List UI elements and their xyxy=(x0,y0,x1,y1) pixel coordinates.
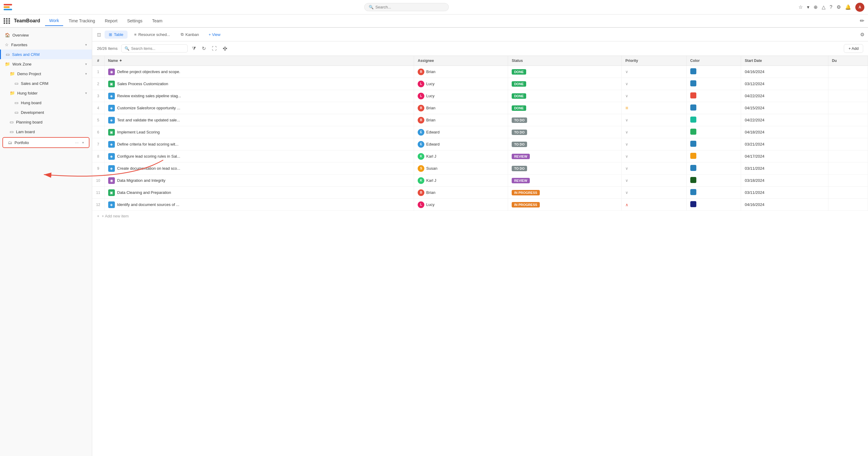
cell-priority[interactable]: ∨ xyxy=(622,162,687,174)
search-items-bar[interactable]: 🔍 xyxy=(121,44,188,53)
more-options-icon[interactable]: ··· xyxy=(75,140,79,145)
sidebar-item-favorites[interactable]: ☆ Favorites ▾ xyxy=(0,40,92,50)
search-items-input[interactable] xyxy=(131,46,184,51)
settings-icon[interactable]: ⚙ xyxy=(837,4,841,10)
nav-item-report[interactable]: Report xyxy=(101,16,122,26)
sidebar-item-sales-crm-sub[interactable]: ▭ Sales and CRM xyxy=(0,78,92,88)
sidebar-item-portfolio[interactable]: 🗂 Portfolio ··· ▾ xyxy=(3,138,89,148)
col-num: # xyxy=(92,56,104,66)
cell-status[interactable]: REVIEW xyxy=(508,151,622,162)
content-area: ◫ ⊞ Table ≡ Resource sched... ⧉ Kanban +… xyxy=(92,28,868,456)
cell-name[interactable]: ▣ Implement Lead Scoring xyxy=(104,126,414,138)
global-search-input[interactable] xyxy=(375,5,444,9)
bell-icon[interactable]: 🔔 xyxy=(845,4,851,10)
tab-kanban[interactable]: ⧉ Kanban xyxy=(177,30,203,39)
nav-item-team[interactable]: Team xyxy=(148,16,166,26)
sidebar-item-sales-crm[interactable]: ▭ Sales and CRM xyxy=(0,50,92,59)
chevron-down-icon[interactable]: ▾ xyxy=(807,4,809,10)
cell-name[interactable]: ◈ Identify and document sources of ... xyxy=(104,199,414,211)
cell-name[interactable]: ◈ Customize Salesforce opportunity ... xyxy=(104,102,414,114)
cell-status[interactable]: REVIEW xyxy=(508,174,622,187)
nav-item-time-tracking[interactable]: Time Tracking xyxy=(64,16,99,26)
adjust-icon[interactable]: ⧾ xyxy=(221,44,229,53)
plus-icon[interactable]: ⊕ xyxy=(814,4,817,10)
sidebar-item-planning-board[interactable]: ▭ Planning board xyxy=(0,117,92,127)
cell-priority[interactable]: ∨ xyxy=(622,138,687,151)
assignee-name: Lucy xyxy=(426,202,434,207)
sidebar-item-development[interactable]: ▭ Development xyxy=(0,107,92,117)
cell-status[interactable]: TO DO xyxy=(508,126,622,138)
filter-icon[interactable]: ⧩ xyxy=(190,44,198,53)
cell-num: 11 xyxy=(92,187,104,199)
cell-status[interactable]: IN PROGRESS xyxy=(508,199,622,211)
items-count: 26/26 Items xyxy=(97,46,118,51)
cell-name[interactable]: ◈ Test and validate the updated sale... xyxy=(104,114,414,126)
cell-priority[interactable]: ≡ xyxy=(622,102,687,114)
cell-priority[interactable]: ∨ xyxy=(622,187,687,199)
cell-priority[interactable]: ∨ xyxy=(622,126,687,138)
sidebar-item-hung-board[interactable]: ▭ Hung board xyxy=(0,98,92,107)
view-settings-icon[interactable]: ⚙ xyxy=(860,32,864,37)
pencil-icon[interactable]: ✏ xyxy=(860,18,864,24)
cell-priority[interactable]: ∨ xyxy=(622,151,687,162)
sidebar-item-demo-project[interactable]: 📁 Demo Project ▾ xyxy=(0,69,92,78)
toolbar: 26/26 Items 🔍 ⧩ ↻ ⛶ ⧾ + Add xyxy=(92,41,868,56)
cell-status[interactable]: TO DO xyxy=(508,138,622,151)
add-view-button[interactable]: + View xyxy=(206,31,223,39)
user-avatar[interactable]: A xyxy=(855,3,864,12)
task-name: Customize Salesforce opportunity ... xyxy=(117,106,410,110)
task-icon: ◉ xyxy=(108,177,115,184)
add-button[interactable]: + Add xyxy=(844,44,863,53)
tab-resource-sched[interactable]: ≡ Resource sched... xyxy=(130,31,174,39)
task-name: Data Cleaning and Preparation xyxy=(117,190,410,195)
cell-status[interactable]: IN PROGRESS xyxy=(508,187,622,199)
sidebar-item-lam-board[interactable]: ▭ Lam board xyxy=(0,127,92,136)
cell-priority[interactable]: ∨ xyxy=(622,90,687,102)
cell-status[interactable]: TO DO xyxy=(508,114,622,126)
cell-status[interactable]: DONE xyxy=(508,102,622,114)
tab-table[interactable]: ⊞ Table xyxy=(104,31,128,39)
sidebar-item-overview[interactable]: 🏠 Overview xyxy=(0,30,92,40)
sidebar-item-work-zone[interactable]: 📁 Work Zone ▾ xyxy=(0,59,92,69)
refresh-icon[interactable]: ↻ xyxy=(200,44,208,53)
cell-priority[interactable]: ∨ xyxy=(622,78,687,90)
task-icon: ▣ xyxy=(108,189,115,196)
cell-priority[interactable]: ∨ xyxy=(622,66,687,78)
help-icon[interactable]: ? xyxy=(830,4,832,10)
cell-status[interactable]: DONE xyxy=(508,90,622,102)
cell-name[interactable]: ▣ Sales Process Customization xyxy=(104,78,414,90)
view-bar: ◫ ⊞ Table ≡ Resource sched... ⧉ Kanban +… xyxy=(92,28,868,41)
global-search-bar[interactable]: 🔍 xyxy=(364,3,449,11)
cell-priority[interactable]: ∨ xyxy=(622,174,687,187)
cell-start-date: 04/22/2024 xyxy=(741,90,828,102)
cell-name[interactable]: ◈ Define criteria for lead scoring wit..… xyxy=(104,138,414,151)
cell-start-date: 03/21/2024 xyxy=(741,138,828,151)
cell-status[interactable]: DONE xyxy=(508,66,622,78)
cell-name[interactable]: ▣ Data Cleaning and Preparation xyxy=(104,187,414,199)
sidebar-item-hung-folder[interactable]: 📁 Hung folder ▾ xyxy=(0,88,92,98)
cell-name[interactable]: ◈ Review existing sales pipeline stag... xyxy=(104,90,414,102)
cell-name[interactable]: ◈ Create documentation on lead sco... xyxy=(104,162,414,174)
chevron-down-icon[interactable]: ▾ xyxy=(82,141,84,145)
cell-name[interactable]: ◉ Define project objectives and scope. xyxy=(104,66,414,78)
col-color: Color xyxy=(686,56,741,66)
collapse-sidebar-icon[interactable]: ◫ xyxy=(96,31,102,38)
cell-status[interactable]: DONE xyxy=(508,78,622,90)
chevron-down-icon: ▾ xyxy=(85,43,87,47)
status-badge: DONE xyxy=(512,105,526,111)
cell-priority[interactable]: ∧ xyxy=(622,199,687,211)
star-icon[interactable]: ☆ xyxy=(799,4,803,10)
assignee-name: Karl J xyxy=(426,154,436,159)
cell-name[interactable]: ◉ Data Migration and Integrity xyxy=(104,174,414,187)
nav-item-work[interactable]: Work xyxy=(45,16,63,26)
cell-priority[interactable]: ∨ xyxy=(622,114,687,126)
cell-name[interactable]: ◈ Configure lead scoring rules in Sal... xyxy=(104,151,414,162)
cell-status[interactable]: TO DO xyxy=(508,162,622,174)
cell-color xyxy=(686,126,741,138)
nav-item-settings[interactable]: Settings xyxy=(123,16,147,26)
triangle-icon[interactable]: △ xyxy=(822,4,826,10)
fullscreen-icon[interactable]: ⛶ xyxy=(210,44,218,53)
add-new-item-button[interactable]: + + Add new item xyxy=(92,211,868,221)
task-name: Define project objectives and scope. xyxy=(117,69,410,74)
priority-medium-icon: ≡ xyxy=(625,105,627,110)
